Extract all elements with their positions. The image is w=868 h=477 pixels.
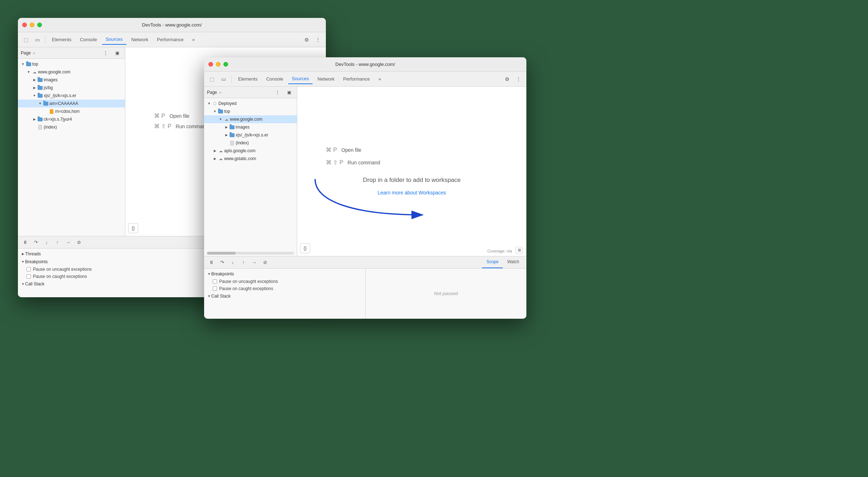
shortcut1-front: ⌘ P Open file bbox=[312, 146, 512, 153]
arrow-ck: ▶ bbox=[32, 117, 37, 121]
pause-icon-front[interactable]: ⏸ bbox=[207, 258, 216, 266]
continue-icon-front[interactable]: → bbox=[250, 258, 259, 266]
tab-elements-back[interactable]: Elements bbox=[48, 35, 75, 45]
scrollbar-front[interactable] bbox=[207, 252, 294, 255]
label-mcdos: m=cdos,hsm bbox=[55, 109, 79, 114]
learn-link-front[interactable]: Learn more about Workspaces bbox=[377, 190, 446, 196]
main-panel-front: ⌘ P Open file ⌘ ⇧ P Run command Drop in … bbox=[297, 87, 526, 256]
folder-icon-top-f bbox=[218, 109, 223, 114]
close-button-front[interactable] bbox=[208, 62, 213, 67]
devtools-window-front: DevTools - www.google.com/ ⬚ ▭ Elements … bbox=[204, 57, 526, 319]
minimize-button-back[interactable] bbox=[30, 23, 34, 27]
checkbox-uncaught-label-back: Pause on uncaught exceptions bbox=[33, 267, 92, 272]
sidebar-page-label-front: Page bbox=[207, 90, 217, 95]
tree-item-ck[interactable]: ▶ ck=xjs.s.7jyur4 bbox=[18, 115, 125, 123]
tree-item-am[interactable]: ▼ am=CAAAAAA bbox=[18, 100, 125, 107]
tree-item-images[interactable]: ▶ images bbox=[18, 76, 125, 84]
kbd1-desc-back: Open file bbox=[169, 113, 189, 119]
step-into-icon-front[interactable]: ↓ bbox=[228, 258, 237, 266]
tree-item-jsbg[interactable]: ▶ js/bg bbox=[18, 84, 125, 92]
sidebar-close-drawer-back[interactable]: ▣ bbox=[112, 48, 122, 58]
folder-icon-top bbox=[26, 62, 31, 67]
bottom-tabs-front: Scope Watch bbox=[482, 256, 524, 268]
tab-watch-front[interactable]: Watch bbox=[503, 256, 524, 268]
arrow-mcdos bbox=[44, 109, 48, 114]
step-out-icon-back[interactable]: ↑ bbox=[53, 238, 62, 246]
sidebar-close-drawer-front[interactable]: ▣ bbox=[284, 87, 294, 97]
sidebar-tree-back: ▼ top ▼ ☁ www.google.com ▶ images bbox=[18, 59, 125, 236]
tree-item-images-f[interactable]: ▶ images bbox=[204, 123, 297, 131]
sidebar-chevron-front[interactable]: » bbox=[219, 90, 221, 95]
tree-item-google-f[interactable]: ▼ ☁ www.google.com bbox=[204, 115, 297, 123]
coverage-icon-front[interactable]: ⊞ bbox=[516, 247, 523, 254]
tab-sources-front[interactable]: Sources bbox=[288, 74, 313, 84]
label-xjs: xjs/_/js/k=xjs.s.er bbox=[44, 93, 76, 98]
checkbox-uncaught-box-front[interactable] bbox=[213, 279, 217, 284]
section-callstack-front[interactable]: ▼ Call Stack bbox=[207, 292, 362, 300]
settings-icon-front[interactable]: ⚙ bbox=[502, 74, 512, 84]
tab-more-back[interactable]: » bbox=[189, 35, 198, 45]
pause-icon-back[interactable]: ⏸ bbox=[21, 238, 29, 246]
arrow-xjs: ▼ bbox=[32, 93, 37, 98]
continue-icon-back[interactable]: → bbox=[64, 238, 72, 246]
tree-item-top[interactable]: ▼ top bbox=[18, 60, 125, 68]
tree-item-deployed[interactable]: ▼ ⬡ Deployed bbox=[204, 100, 297, 107]
tab-console-back[interactable]: Console bbox=[76, 35, 101, 45]
sidebar-chevron-back[interactable]: » bbox=[33, 51, 35, 55]
sidebar-back: Page » ⋮ ▣ ▼ top ▼ ☁ www bbox=[18, 47, 125, 236]
cube-icon-deployed: ⬡ bbox=[212, 101, 217, 106]
format-btn-back[interactable]: {} bbox=[128, 223, 138, 233]
checkbox-caught-box-back[interactable] bbox=[26, 274, 31, 279]
settings-icon-back[interactable]: ⚙ bbox=[302, 35, 312, 45]
step-over-icon-front[interactable]: ↷ bbox=[218, 258, 226, 266]
tree-item-xjs[interactable]: ▼ xjs/_/js/k=xjs.s.er bbox=[18, 92, 125, 100]
more-icon-front[interactable]: ⋮ bbox=[513, 74, 524, 84]
tab-scope-front[interactable]: Scope bbox=[482, 256, 503, 268]
checkbox-caught-front: Pause on caught exceptions bbox=[207, 285, 362, 292]
label-top: top bbox=[32, 62, 38, 67]
sidebar-menu-front[interactable]: ⋮ bbox=[273, 87, 283, 97]
checkbox-caught-box-front[interactable] bbox=[213, 286, 217, 291]
tree-item-top-f[interactable]: ▼ top bbox=[204, 107, 297, 115]
tree-item-apis[interactable]: ▶ ☁ apis.google.com bbox=[204, 147, 297, 155]
bottom-panel-front: ⏸ ↷ ↓ ↑ → ⊘ Scope Watch ▼ Breakpoints bbox=[204, 256, 526, 319]
tree-item-index[interactable]: (index) bbox=[18, 123, 125, 131]
device-icon-back[interactable]: ▭ bbox=[32, 35, 42, 45]
label-index: (index) bbox=[44, 125, 57, 130]
tree-item-mcdos[interactable]: m=cdos,hsm bbox=[18, 107, 125, 115]
tab-console-front[interactable]: Console bbox=[262, 74, 287, 84]
inspect-icon-front[interactable]: ⬚ bbox=[207, 74, 217, 84]
tab-elements-front[interactable]: Elements bbox=[235, 74, 261, 84]
maximize-button-back[interactable] bbox=[37, 23, 42, 27]
format-btn-front[interactable]: {} bbox=[300, 243, 310, 253]
checkbox-uncaught-box-back[interactable] bbox=[26, 267, 31, 271]
sidebar-menu-back[interactable]: ⋮ bbox=[101, 48, 111, 58]
tab-performance-back[interactable]: Performance bbox=[153, 35, 187, 45]
folder-icon-jsbg bbox=[38, 85, 43, 90]
arrow-google-f: ▼ bbox=[218, 117, 223, 121]
more-icon-back[interactable]: ⋮ bbox=[313, 35, 323, 45]
deactivate-icon-back[interactable]: ⊘ bbox=[74, 238, 83, 246]
sidebar-page-label-back: Page bbox=[21, 50, 31, 56]
step-over-icon-back[interactable]: ↷ bbox=[32, 238, 40, 246]
device-icon-front[interactable]: ▭ bbox=[218, 74, 228, 84]
maximize-button-front[interactable] bbox=[223, 62, 228, 67]
close-button-back[interactable] bbox=[22, 23, 27, 27]
step-out-icon-front[interactable]: ↑ bbox=[239, 258, 248, 266]
tree-item-google[interactable]: ▼ ☁ www.google.com bbox=[18, 68, 125, 76]
tab-more-front[interactable]: » bbox=[375, 74, 385, 84]
label-index-f: (index) bbox=[236, 140, 249, 145]
deactivate-icon-front[interactable]: ⊘ bbox=[261, 258, 269, 266]
tab-network-front[interactable]: Network bbox=[314, 74, 338, 84]
tree-item-index-f[interactable]: (index) bbox=[204, 139, 297, 147]
tree-item-gstatic[interactable]: ▶ ☁ www.gstatic.com bbox=[204, 155, 297, 163]
scrollbar-thumb-front bbox=[207, 252, 236, 255]
minimize-button-front[interactable] bbox=[216, 62, 221, 67]
tab-sources-back[interactable]: Sources bbox=[102, 35, 126, 45]
tree-item-xjs-f[interactable]: ▶ xjs/_/js/k=xjs.s.er bbox=[204, 131, 297, 139]
tab-network-back[interactable]: Network bbox=[128, 35, 152, 45]
section-breakpoints-front[interactable]: ▼ Breakpoints bbox=[207, 270, 362, 278]
tab-performance-front[interactable]: Performance bbox=[339, 74, 373, 84]
step-into-icon-back[interactable]: ↓ bbox=[42, 238, 51, 246]
inspect-icon-back[interactable]: ⬚ bbox=[21, 35, 31, 45]
